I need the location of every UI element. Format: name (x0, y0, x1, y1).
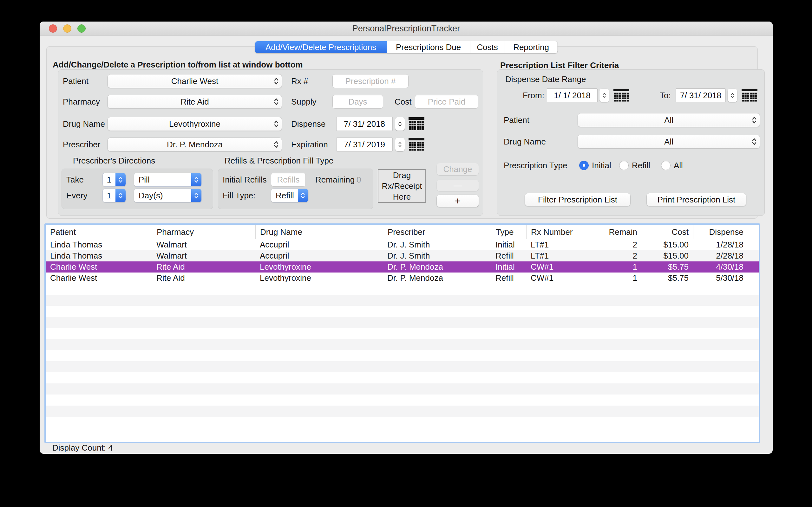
col-patient[interactable]: Patient (46, 225, 152, 239)
initial-refills-input[interactable] (271, 173, 306, 187)
col-prescriber[interactable]: Prescriber (383, 225, 491, 239)
refills-heading: Refills & Prescription Fill Type (224, 156, 334, 165)
display-count: Display Count: 4 (52, 442, 113, 454)
dispense-label: Dispense (291, 117, 325, 131)
filter-patient-dropdown[interactable]: All (577, 113, 760, 127)
every-stepper[interactable]: 1 (102, 188, 126, 203)
fill-type-dropdown[interactable]: Refill (271, 188, 308, 203)
to-date-stepper[interactable] (728, 89, 737, 102)
take-unit-dropdown[interactable]: Pill (134, 173, 202, 187)
change-button[interactable]: Change (437, 163, 478, 175)
stepper-arrows-icon[interactable] (115, 189, 125, 202)
table-row[interactable]: Linda Thomas Walmart Accupril Dr. J. Smi… (46, 250, 759, 262)
filter-drug-dropdown[interactable]: All (577, 135, 760, 149)
chevron-updown-icon (274, 140, 279, 149)
pharmacy-label: Pharmacy (63, 95, 100, 109)
table-row[interactable]: Charlie West Rite Aid Levothyroxine Dr. … (46, 273, 759, 284)
tab-bar: Add/View/Delete Prescriptions Prescripti… (255, 41, 557, 53)
col-rx-number[interactable]: Rx Number (526, 225, 589, 239)
table-row-selected[interactable]: Charlie West Rite Aid Levothyroxine Dr. … (46, 262, 759, 273)
every-unit-dropdown[interactable]: Day(s) (134, 188, 202, 203)
radio-refill[interactable] (619, 161, 629, 170)
patient-label: Patient (63, 74, 89, 88)
print-prescription-list-button[interactable]: Print Prescription List (647, 193, 746, 206)
radio-initial-label: Initial (592, 161, 611, 170)
expiration-calendar-icon[interactable] (409, 137, 424, 152)
directions-heading: Prescriber's Directions (73, 156, 155, 165)
from-label: From: (523, 89, 544, 102)
chevron-updown-icon (752, 137, 757, 146)
remaining-value: 0 (357, 173, 361, 187)
chevron-updown-icon (274, 77, 279, 85)
dispense-date-stepper[interactable] (395, 117, 405, 130)
window-title: PersonalPrescriptionTracker (40, 21, 773, 36)
tab-content: Add/Change/Delete a Prescription to/from… (46, 46, 758, 219)
stepper-arrows-icon (398, 121, 402, 127)
tab-add-view-delete[interactable]: Add/View/Delete Prescriptions (255, 41, 387, 53)
radio-refill-label: Refill (632, 161, 650, 170)
take-stepper[interactable]: 1 (102, 173, 126, 187)
chevron-updown-icon (752, 116, 757, 124)
rx-number-input[interactable] (333, 74, 409, 88)
prescription-table: Patient Pharmacy Drug Name Prescriber Ty… (44, 223, 760, 443)
from-date-field[interactable] (547, 89, 598, 102)
add-button[interactable]: + (437, 195, 478, 207)
from-calendar-icon[interactable] (613, 89, 629, 102)
cost-input[interactable] (415, 95, 478, 109)
col-remain[interactable]: Remain (589, 225, 642, 239)
table-row[interactable]: Linda Thomas Walmart Accupril Dr. J. Smi… (46, 239, 759, 250)
filter-criteria-box: Dispense Date Range From: To: Patient Al… (497, 69, 765, 216)
expiration-date-stepper[interactable] (395, 138, 405, 151)
col-dispense[interactable]: Dispense (693, 225, 759, 239)
dispense-date-range-label: Dispense Date Range (505, 74, 586, 84)
rx-label: Rx # (291, 74, 308, 88)
stepper-arrows-icon[interactable] (115, 173, 125, 186)
col-type[interactable]: Type (491, 225, 526, 239)
patient-dropdown[interactable]: Charlie West (107, 74, 282, 88)
expiration-date-field[interactable] (336, 137, 393, 152)
radio-all-label: All (674, 161, 683, 170)
tab-costs[interactable]: Costs (470, 41, 505, 53)
left-panel-heading: Add/Change/Delete a Prescription to/from… (53, 60, 303, 70)
radio-initial[interactable] (579, 161, 589, 170)
from-date-stepper[interactable] (600, 89, 609, 102)
dispense-calendar-icon[interactable] (409, 117, 424, 131)
filter-drug-label: Drug Name (504, 135, 546, 149)
drug-name-dropdown[interactable]: Levothyroxine (107, 117, 282, 131)
stepper-arrows-icon (602, 92, 606, 99)
to-calendar-icon[interactable] (742, 89, 757, 102)
remove-button[interactable]: — (437, 180, 478, 191)
chevron-updown-icon (191, 173, 201, 186)
stepper-arrows-icon (730, 92, 734, 99)
prescriber-dropdown[interactable]: Dr. P. Mendoza (107, 137, 282, 152)
col-cost[interactable]: Cost (642, 225, 693, 239)
filter-prescription-list-button[interactable]: Filter Prescription List (525, 193, 630, 206)
supply-input[interactable] (333, 95, 383, 109)
filter-panel-heading: Prescription List Filter Criteria (500, 60, 619, 70)
col-pharmacy[interactable]: Pharmacy (152, 225, 255, 239)
chevron-updown-icon (298, 189, 308, 202)
empty-rows-stripes (46, 284, 759, 425)
tab-prescriptions-due[interactable]: Prescriptions Due (387, 41, 470, 53)
chevron-updown-icon (191, 189, 201, 202)
drug-name-label: Drug Name (63, 117, 105, 131)
prescriber-label: Prescriber (63, 137, 100, 152)
to-date-field[interactable] (676, 89, 726, 102)
take-label: Take (66, 173, 84, 187)
expiration-label: Expiration (291, 137, 328, 152)
remaining-label: Remaining (315, 173, 355, 187)
cost-label: Cost (395, 95, 411, 109)
every-label: Every (66, 188, 87, 203)
directions-box: Take 1 Pill Every 1 Day(s) (61, 169, 213, 209)
prescription-type-label: Prescription Type (504, 158, 567, 172)
col-drug-name[interactable]: Drug Name (255, 225, 383, 239)
dispense-date-field[interactable] (336, 117, 393, 131)
refills-box: Initial Refills Remaining 0 Fill Type: R… (218, 169, 373, 209)
radio-all[interactable] (661, 161, 670, 170)
add-change-delete-box: Patient Charlie West Rx # Pharmacy Rite … (58, 69, 483, 216)
tab-reporting[interactable]: Reporting (505, 41, 557, 53)
pharmacy-dropdown[interactable]: Rite Aid (107, 95, 282, 109)
drag-rx-receipt-dropzone[interactable]: Drag Rx/Receipt Here (378, 169, 426, 203)
filter-patient-label: Patient (504, 113, 529, 127)
app-window: PersonalPrescriptionTracker Add/View/Del… (40, 21, 773, 454)
